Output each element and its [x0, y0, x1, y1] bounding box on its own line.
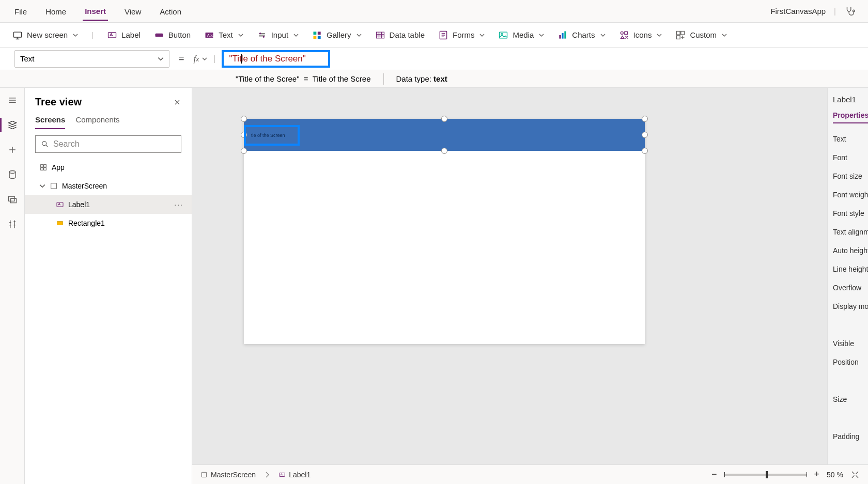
menu-action[interactable]: Action: [158, 2, 183, 20]
prop-font-size[interactable]: Font size: [833, 167, 868, 185]
insert-gallery-dropdown[interactable]: Gallery: [312, 30, 362, 40]
formula-preview-rhs: Title of the Scree: [313, 74, 371, 83]
media-rail-icon[interactable]: [6, 193, 19, 206]
insert-label-button[interactable]: Label: [107, 30, 141, 40]
menu-view[interactable]: View: [122, 2, 143, 20]
prop-font[interactable]: Font: [833, 148, 868, 167]
more-icon[interactable]: ···: [174, 200, 183, 209]
close-icon[interactable]: [173, 98, 181, 106]
selection-handle[interactable]: [241, 148, 247, 154]
chevron-down-icon: [158, 56, 164, 62]
tab-components[interactable]: Components: [75, 115, 119, 129]
svg-rect-8: [314, 32, 317, 35]
chevron-down-icon: [357, 33, 362, 38]
selection-handle[interactable]: [241, 116, 247, 122]
insert-icons-dropdown[interactable]: Icons: [619, 30, 662, 40]
canvas-rectangle1[interactable]: [244, 119, 645, 151]
svg-rect-14: [500, 32, 507, 38]
canvas-area[interactable]: tle of the Screen: [192, 88, 828, 484]
chevron-down-icon: [479, 33, 485, 38]
tab-screens[interactable]: Screens: [35, 115, 65, 129]
chevron-down-icon: [73, 33, 78, 38]
new-screen-button[interactable]: New screen: [12, 30, 78, 40]
menu-file[interactable]: File: [12, 2, 29, 20]
tree-search-input[interactable]: Search: [35, 135, 181, 153]
insert-input-dropdown[interactable]: Input: [257, 30, 299, 40]
formula-bar: Text = fx | "Title of the Screen": [0, 48, 868, 70]
prop-auto-height[interactable]: Auto height: [833, 241, 868, 260]
insert-media-dropdown[interactable]: Media: [498, 30, 544, 40]
prop-size[interactable]: Size: [833, 390, 868, 409]
svg-rect-28: [41, 165, 43, 167]
tools-rail-icon[interactable]: [6, 218, 19, 230]
selection-handle[interactable]: [441, 148, 447, 154]
svg-rect-1: [14, 32, 22, 37]
svg-point-27: [42, 142, 47, 146]
insert-custom-dropdown[interactable]: Custom: [675, 30, 727, 40]
properties-object-name: Label1: [833, 95, 868, 104]
prop-line-height[interactable]: Line height: [833, 260, 868, 278]
selection-handle[interactable]: [642, 116, 648, 122]
properties-panel: Label1 Properties Text Font Font size Fo…: [828, 88, 868, 484]
properties-tab[interactable]: Properties: [833, 111, 868, 123]
formula-input[interactable]: "Title of the Screen": [222, 50, 330, 68]
prop-text[interactable]: Text: [833, 130, 868, 148]
tree-view-icon[interactable]: [6, 119, 19, 131]
breadcrumb-screen[interactable]: MasterScreen: [200, 471, 256, 479]
prop-visible[interactable]: Visible: [833, 334, 868, 353]
chevron-down-icon: [293, 33, 299, 38]
text-icon: Abc: [204, 30, 214, 40]
prop-text-align[interactable]: Text alignm: [833, 223, 868, 241]
prop-padding[interactable]: Padding: [833, 427, 868, 446]
svg-rect-22: [681, 31, 685, 35]
prop-display-mode[interactable]: Display mo: [833, 297, 868, 316]
label-icon: [107, 30, 117, 40]
zoom-value: 50 %: [827, 471, 843, 479]
formula-data-type: text: [433, 74, 447, 83]
design-canvas[interactable]: tle of the Screen: [244, 119, 645, 344]
menu-insert[interactable]: Insert: [83, 2, 108, 21]
tree-view-title: Tree view: [35, 96, 82, 108]
tree-node-masterscreen[interactable]: MasterScreen: [25, 177, 192, 195]
hamburger-icon[interactable]: [6, 94, 19, 106]
insert-text-dropdown[interactable]: Abc Text: [204, 30, 243, 40]
app-checker-icon[interactable]: [844, 6, 856, 17]
fx-button[interactable]: fx: [194, 54, 208, 64]
svg-rect-23: [677, 35, 680, 39]
tree-node-label1[interactable]: Label1 ···: [25, 195, 192, 214]
breadcrumb-label[interactable]: Label1: [278, 471, 311, 479]
insert-data-table-button[interactable]: Data table: [375, 30, 425, 40]
rectangle-icon: [56, 219, 64, 227]
menu-home[interactable]: Home: [43, 2, 68, 20]
tree-node-app[interactable]: App: [25, 158, 192, 177]
chevron-right-icon: [265, 472, 269, 478]
fit-to-window-icon[interactable]: [850, 470, 860, 479]
zoom-out-button[interactable]: −: [711, 469, 717, 480]
zoom-slider[interactable]: [724, 474, 807, 476]
formula-preview-lhs: "Title of the Scree": [236, 74, 299, 83]
tree-node-rectangle1[interactable]: Rectangle1: [25, 214, 192, 232]
data-table-icon: [375, 30, 385, 40]
add-icon[interactable]: [6, 144, 19, 156]
search-icon: [41, 140, 49, 148]
prop-font-weight[interactable]: Font weight: [833, 185, 868, 204]
svg-rect-26: [10, 198, 16, 202]
prop-overflow[interactable]: Overflow: [833, 278, 868, 297]
selection-handle[interactable]: [642, 148, 648, 154]
insert-charts-dropdown[interactable]: Charts: [557, 30, 605, 40]
canvas-label1[interactable]: tle of the Screen: [244, 125, 300, 146]
property-selector[interactable]: Text: [14, 50, 169, 68]
svg-point-7: [262, 36, 264, 37]
insert-forms-dropdown[interactable]: Forms: [438, 30, 485, 40]
left-rail: [0, 88, 25, 484]
insert-button-button[interactable]: Button: [154, 30, 191, 40]
chevron-down-icon: [600, 33, 606, 38]
selection-handle[interactable]: [642, 132, 648, 138]
zoom-in-button[interactable]: +: [814, 469, 820, 480]
label-icon: [278, 471, 286, 478]
prop-font-style[interactable]: Font style: [833, 204, 868, 223]
selection-handle[interactable]: [441, 116, 447, 122]
data-icon[interactable]: [6, 168, 19, 181]
svg-rect-30: [41, 168, 43, 170]
prop-position[interactable]: Position: [833, 353, 868, 371]
